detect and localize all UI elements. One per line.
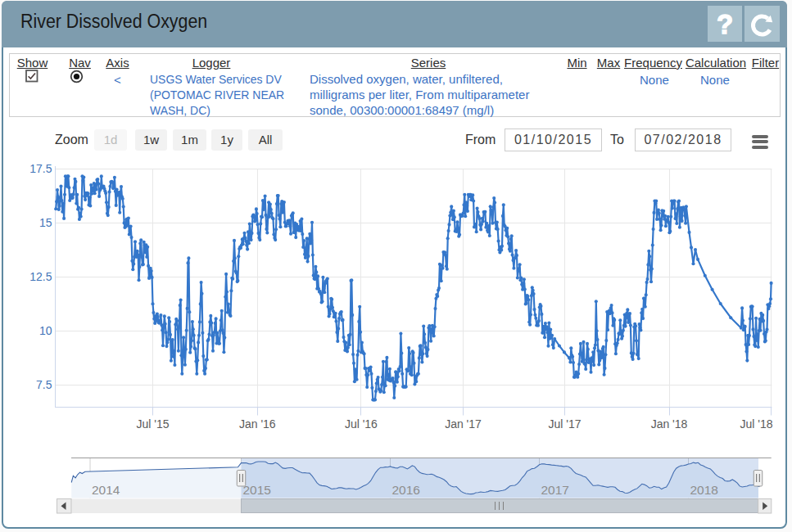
svg-text:2017: 2017 <box>541 483 569 497</box>
svg-text:Jan '17: Jan '17 <box>445 417 482 431</box>
svg-text:2018: 2018 <box>690 483 718 497</box>
svg-text:2016: 2016 <box>392 483 420 497</box>
svg-text:Jul '18: Jul '18 <box>740 417 772 431</box>
svg-text:2014: 2014 <box>92 483 120 497</box>
svg-text:Jul '17: Jul '17 <box>548 417 581 431</box>
svg-text:7.5: 7.5 <box>36 378 52 391</box>
svg-text:Jul '15: Jul '15 <box>137 417 170 431</box>
svg-text:15: 15 <box>39 216 52 229</box>
svg-text:Jan '16: Jan '16 <box>239 417 276 431</box>
svg-text:10: 10 <box>39 324 52 337</box>
svg-text:17.5: 17.5 <box>29 162 52 175</box>
svg-text:2015: 2015 <box>243 483 271 497</box>
svg-text:12.5: 12.5 <box>29 270 52 283</box>
svg-text:Jul '16: Jul '16 <box>345 417 378 431</box>
svg-text:Jan '18: Jan '18 <box>651 417 688 431</box>
